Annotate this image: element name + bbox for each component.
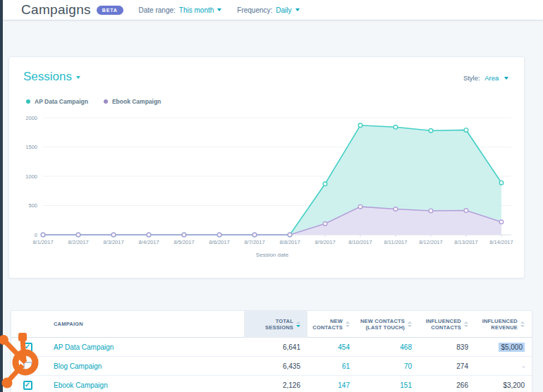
frequency-dropdown[interactable]: Daily bbox=[276, 6, 291, 14]
table-row: AP Data Campaign 6,641 454 468 839 $5,00… bbox=[11, 338, 532, 357]
influenced-revenue-value: - bbox=[475, 362, 532, 370]
table-row: Ebook Campaign 2,126 147 151 266 $3,200 bbox=[11, 376, 532, 392]
empty-value: - bbox=[523, 362, 525, 370]
sort-icon[interactable] bbox=[346, 321, 350, 327]
new-contacts-value[interactable]: 147 bbox=[307, 381, 357, 389]
sort-icon[interactable] bbox=[520, 321, 525, 327]
legend-label: AP Data Campaign bbox=[35, 98, 88, 105]
legend-dot-icon bbox=[104, 99, 108, 104]
sessions-panel: Sessions Style: Area AP Data Campaign Eb… bbox=[8, 56, 525, 278]
svg-text:8/3/2017: 8/3/2017 bbox=[103, 239, 123, 245]
chevron-down-icon[interactable] bbox=[295, 8, 300, 11]
svg-text:1500: 1500 bbox=[25, 144, 37, 150]
influenced-revenue-value: $5,000 bbox=[475, 343, 532, 351]
svg-text:8/2/2017: 8/2/2017 bbox=[68, 239, 88, 245]
column-header-influenced-contacts[interactable]: INFLUENCED CONTACTS bbox=[419, 311, 475, 338]
svg-text:1000: 1000 bbox=[25, 173, 37, 180]
selected-text: $5,000 bbox=[499, 343, 525, 352]
row-checkbox[interactable] bbox=[23, 362, 32, 371]
chevron-down-icon[interactable] bbox=[217, 8, 221, 11]
column-label: NEW CONTACTS bbox=[310, 318, 343, 331]
svg-text:8/6/2017: 8/6/2017 bbox=[209, 239, 229, 245]
total-sessions-value: 2,126 bbox=[244, 381, 307, 389]
svg-text:8/10/2017: 8/10/2017 bbox=[348, 239, 372, 245]
campaign-link[interactable]: AP Data Campaign bbox=[44, 343, 244, 351]
style-label: Style: bbox=[463, 74, 480, 82]
sort-icon[interactable] bbox=[408, 321, 412, 327]
svg-text:8/11/2017: 8/11/2017 bbox=[384, 239, 408, 245]
sort-icon[interactable] bbox=[464, 321, 468, 327]
new-contacts-last-touch-value[interactable]: 468 bbox=[357, 343, 419, 351]
style-dropdown[interactable]: Area bbox=[484, 74, 499, 82]
new-contacts-value[interactable]: 454 bbox=[307, 343, 357, 351]
date-range-label: Date range: bbox=[139, 6, 176, 14]
frequency-control: Frequency: Daily bbox=[237, 6, 299, 14]
svg-text:8/7/2017: 8/7/2017 bbox=[244, 239, 264, 245]
new-contacts-last-touch-value[interactable]: 70 bbox=[357, 362, 419, 370]
chevron-down-icon[interactable] bbox=[504, 77, 508, 80]
column-label: NEW CONTACTS (LAST TOUCH) bbox=[360, 318, 405, 331]
column-header-influenced-revenue[interactable]: INFLUENCED REVENUE bbox=[475, 311, 532, 338]
left-nav-edge bbox=[0, 0, 3, 392]
influenced-contacts-value: 266 bbox=[419, 381, 475, 389]
total-sessions-value: 6,435 bbox=[244, 362, 307, 370]
svg-text:2000: 2000 bbox=[25, 115, 37, 121]
total-sessions-value: 6,641 bbox=[244, 343, 307, 351]
new-contacts-last-touch-value[interactable]: 151 bbox=[357, 381, 419, 389]
date-range-control: Date range: This month bbox=[139, 6, 222, 14]
legend-dot-icon bbox=[26, 99, 30, 104]
row-checkbox[interactable] bbox=[23, 381, 32, 390]
column-header-new-contacts[interactable]: NEW CONTACTS bbox=[307, 311, 357, 338]
chevron-down-icon[interactable] bbox=[76, 76, 80, 79]
legend-label: Ebook Campaign bbox=[112, 98, 161, 105]
column-header-new-contacts-last-touch[interactable]: NEW CONTACTS (LAST TOUCH) bbox=[357, 311, 419, 338]
svg-text:8/8/2017: 8/8/2017 bbox=[279, 239, 300, 245]
influenced-contacts-value: 274 bbox=[419, 362, 475, 370]
new-contacts-value[interactable]: 61 bbox=[307, 362, 357, 370]
campaigns-table: CAMPAIGN TOTAL SESSIONS NEW CONTACTS NEW… bbox=[11, 310, 532, 392]
beta-badge: BETA bbox=[97, 6, 123, 15]
chart-legend: AP Data Campaign Ebook Campaign bbox=[26, 98, 524, 105]
campaign-link[interactable]: Blog Campaign bbox=[44, 362, 244, 370]
svg-text:8/9/2017: 8/9/2017 bbox=[315, 239, 335, 245]
influenced-contacts-value: 839 bbox=[419, 343, 475, 351]
svg-text:8/5/2017: 8/5/2017 bbox=[173, 239, 194, 245]
svg-text:Session date: Session date bbox=[256, 252, 289, 258]
influenced-revenue-value: $3,200 bbox=[475, 381, 532, 389]
sort-icon[interactable] bbox=[296, 321, 300, 327]
campaign-link[interactable]: Ebook Campaign bbox=[44, 381, 244, 389]
svg-text:500: 500 bbox=[28, 202, 37, 209]
legend-item-ap-data[interactable]: AP Data Campaign bbox=[26, 98, 88, 105]
svg-text:8/1/2017: 8/1/2017 bbox=[32, 239, 53, 245]
sessions-title-dropdown[interactable]: Sessions bbox=[23, 70, 80, 84]
row-checkbox[interactable] bbox=[23, 343, 32, 352]
legend-item-ebook[interactable]: Ebook Campaign bbox=[104, 98, 161, 105]
style-control: Style: Area bbox=[463, 74, 508, 82]
date-range-dropdown[interactable]: This month bbox=[179, 6, 214, 14]
column-header-total-sessions[interactable]: TOTAL SESSIONS bbox=[244, 311, 307, 338]
svg-text:8/13/2017: 8/13/2017 bbox=[454, 239, 477, 245]
table-row: Blog Campaign 6,435 61 70 274 - bbox=[11, 357, 532, 376]
svg-text:0: 0 bbox=[35, 232, 37, 238]
sessions-area-chart[interactable]: 05001000150020008/1/20178/2/20178/3/2017… bbox=[15, 109, 518, 260]
panel-title[interactable]: Sessions bbox=[23, 70, 72, 83]
svg-text:8/14/2017: 8/14/2017 bbox=[489, 239, 513, 245]
table-header-row: CAMPAIGN TOTAL SESSIONS NEW CONTACTS NEW… bbox=[11, 311, 532, 338]
column-label: TOTAL SESSIONS bbox=[247, 318, 293, 331]
column-label: INFLUENCED REVENUE bbox=[478, 318, 518, 331]
column-label: INFLUENCED CONTACTS bbox=[422, 318, 461, 331]
select-all-column bbox=[11, 311, 44, 338]
frequency-label: Frequency: bbox=[237, 6, 272, 14]
column-header-campaign[interactable]: CAMPAIGN bbox=[44, 311, 244, 338]
topbar: Campaigns BETA Date range: This month Fr… bbox=[3, 0, 543, 20]
page-title: Campaigns bbox=[21, 2, 91, 18]
svg-text:8/4/2017: 8/4/2017 bbox=[138, 239, 159, 245]
svg-text:8/12/2017: 8/12/2017 bbox=[419, 239, 442, 245]
